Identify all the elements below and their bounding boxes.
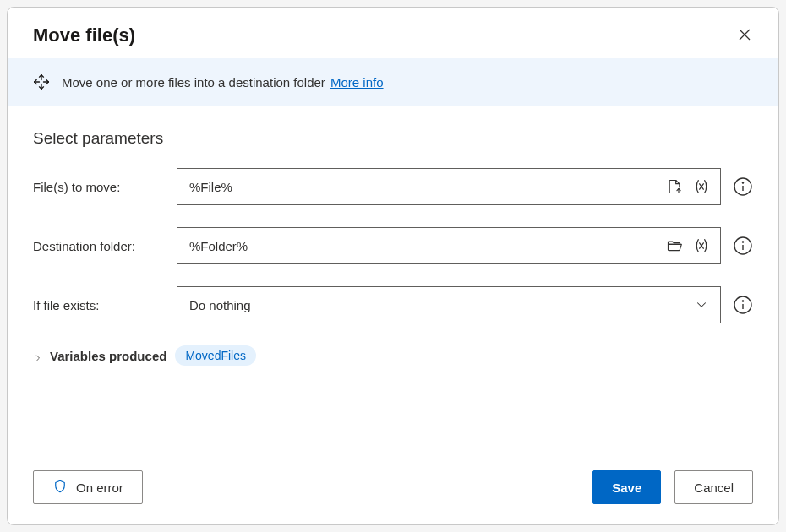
if-file-exists-select[interactable]: Do nothing xyxy=(177,286,721,323)
chevron-down-icon xyxy=(691,295,712,315)
svg-point-16 xyxy=(742,242,743,242)
section-heading: Select parameters xyxy=(33,129,753,148)
close-button[interactable] xyxy=(736,27,753,44)
variables-produced-label: Variables produced xyxy=(50,349,166,363)
more-info-link[interactable]: More info xyxy=(330,75,384,90)
if-file-exists-label: If file exists: xyxy=(33,298,165,312)
info-icon xyxy=(733,176,753,197)
pick-file-button[interactable] xyxy=(664,176,685,197)
shield-icon xyxy=(52,479,68,497)
variable-icon xyxy=(692,236,711,255)
chevron-right-icon xyxy=(33,351,41,360)
info-bar: Move one or more files into a destinatio… xyxy=(8,58,778,106)
destination-folder-row: Destination folder: xyxy=(33,227,753,264)
svg-point-19 xyxy=(742,301,743,301)
pick-folder-button[interactable] xyxy=(664,236,685,256)
close-icon xyxy=(738,28,751,41)
on-error-label: On error xyxy=(76,480,123,495)
move-files-dialog: Move file(s) Move one or more files into… xyxy=(7,7,779,525)
if-file-exists-value: Do nothing xyxy=(189,298,685,312)
dialog-body: Select parameters File(s) to move: xyxy=(8,106,778,453)
move-arrows-icon xyxy=(33,73,50,90)
cancel-label: Cancel xyxy=(694,480,734,495)
file-picker-icon xyxy=(666,178,683,195)
destination-folder-input[interactable] xyxy=(189,239,658,253)
files-to-move-label: File(s) to move: xyxy=(33,180,165,194)
folder-icon xyxy=(666,237,683,254)
info-icon xyxy=(733,295,753,315)
svg-point-11 xyxy=(742,182,743,183)
files-to-move-input[interactable] xyxy=(189,180,658,194)
destination-folder-control xyxy=(177,227,721,264)
if-file-exists-row: If file exists: Do nothing xyxy=(33,286,753,323)
variable-icon xyxy=(692,177,711,196)
exists-info-button[interactable] xyxy=(733,295,753,315)
variable-picker-button-2[interactable] xyxy=(691,236,712,256)
files-to-move-row: File(s) to move: xyxy=(33,168,753,205)
info-text: Move one or more files into a destinatio… xyxy=(62,75,384,90)
dialog-header: Move file(s) xyxy=(8,8,778,58)
info-description: Move one or more files into a destinatio… xyxy=(62,75,325,90)
save-label: Save xyxy=(612,480,641,495)
save-button[interactable]: Save xyxy=(592,470,661,504)
variable-chip[interactable]: MovedFiles xyxy=(175,345,256,366)
files-info-button[interactable] xyxy=(733,176,753,197)
variables-produced-row[interactable]: Variables produced MovedFiles xyxy=(33,345,753,366)
files-to-move-control xyxy=(177,168,721,205)
dialog-title: Move file(s) xyxy=(33,24,135,46)
on-error-button[interactable]: On error xyxy=(33,470,143,504)
dest-info-button[interactable] xyxy=(733,236,753,256)
footer-right: Save Cancel xyxy=(592,470,753,504)
cancel-button[interactable]: Cancel xyxy=(674,470,753,504)
destination-folder-label: Destination folder: xyxy=(33,239,165,253)
dialog-footer: On error Save Cancel xyxy=(8,453,778,524)
variable-picker-button[interactable] xyxy=(691,176,712,197)
info-icon xyxy=(733,236,753,256)
